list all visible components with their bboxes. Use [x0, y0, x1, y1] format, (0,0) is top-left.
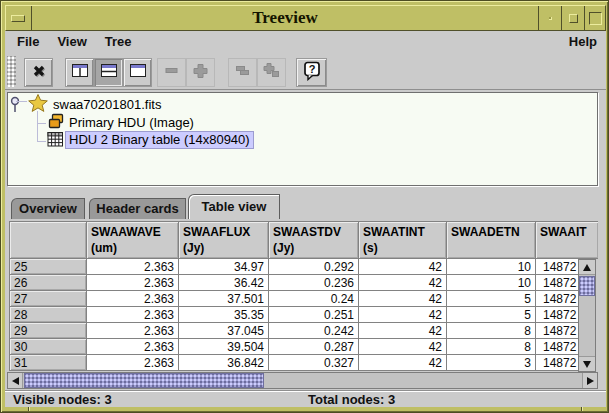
cell: 42: [359, 291, 447, 307]
visible-nodes-label: Visible nodes: 3: [13, 392, 112, 408]
split-vertical-button[interactable]: [65, 58, 94, 87]
expand-children-button[interactable]: [257, 58, 286, 87]
table-row: 27 2.363 37.501 0.24 42 5 14872: [10, 291, 579, 307]
arrow-right-icon: [587, 377, 594, 385]
cell: 2.363: [87, 291, 179, 307]
help-button[interactable]: ?: [296, 58, 327, 87]
cell: 35.35: [179, 307, 269, 323]
scroll-up-button[interactable]: [579, 260, 595, 275]
window-minimize-button[interactable]: [538, 6, 561, 30]
table-grid-icon: [47, 131, 64, 152]
status-bar: Visible nodes: 3 Total nodes: 3: [5, 390, 606, 407]
cell: 34.97: [179, 259, 269, 275]
column-header-rownum[interactable]: [10, 222, 87, 259]
column-header-swaastdv[interactable]: SWAASTDV (Jy): [269, 222, 359, 259]
column-header-swaatint[interactable]: SWAATINT (s): [359, 222, 447, 259]
scroll-down-button[interactable]: [579, 356, 595, 371]
cell: 8: [447, 323, 536, 339]
toolbar-drag-handle[interactable]: [7, 56, 16, 87]
cell: 2.363: [87, 259, 179, 275]
table-row: 30 2.363 39.504 0.287 42 8 14872: [10, 339, 579, 355]
horizontal-scrollbar-thumb[interactable]: [24, 373, 264, 388]
cell: 14872: [536, 275, 579, 291]
tree-node-root[interactable]: swaa70201801.fits: [53, 97, 161, 113]
window-resize-corner[interactable]: [584, 6, 605, 30]
total-nodes-label: Total nodes: 3: [308, 392, 395, 408]
table-header: SWAAWAVE (um) SWAAFLUX (Jy) SWAASTDV (Jy…: [9, 221, 598, 259]
collapse-all-icon: [234, 62, 251, 83]
help-icon: ?: [302, 61, 322, 85]
minus-icon: [163, 62, 180, 83]
cell: 5: [447, 291, 536, 307]
cell: 2.363: [87, 323, 179, 339]
window-maximize-button[interactable]: [561, 6, 584, 30]
column-header-swaaflux[interactable]: SWAAFLUX (Jy): [179, 222, 269, 259]
remove-node-button[interactable]: [24, 58, 53, 87]
cell: 36.42: [179, 275, 269, 291]
column-header-swaadetn[interactable]: SWAADETN: [447, 222, 536, 259]
row-number-cell: 27: [10, 291, 87, 307]
tab-overview[interactable]: Overview: [11, 198, 85, 219]
treeview-window: Treeview File View Tree Help: [0, 0, 609, 413]
row-number-cell: 31: [10, 355, 87, 371]
tree-expand-handle-icon[interactable]: [8, 94, 22, 120]
vertical-scrollbar-thumb[interactable]: [579, 276, 595, 296]
cell: 14872: [536, 291, 579, 307]
cell: 2.363: [87, 355, 179, 371]
menu-help[interactable]: Help: [560, 31, 606, 53]
scroll-right-button[interactable]: [582, 373, 597, 388]
row-number-cell: 28: [10, 307, 87, 323]
cell: 39.504: [179, 339, 269, 355]
cell: 42: [359, 355, 447, 371]
cell: 2.363: [87, 307, 179, 323]
split-horizontal-button[interactable]: [94, 58, 123, 87]
table-row: 29 2.363 37.045 0.242 42 8 14872: [10, 323, 579, 339]
resize-corner-icon: [589, 12, 602, 25]
plus-icon: [192, 62, 209, 83]
table-row: 26 2.363 36.42 0.236 42 10 14872: [10, 275, 579, 291]
tab-header-cards[interactable]: Header cards: [89, 198, 186, 219]
column-header-swaawave[interactable]: SWAAWAVE (um): [87, 222, 179, 259]
svg-text:?: ?: [308, 62, 315, 74]
table-body: 25 2.363 34.97 0.292 42 10 14872 26 2.36…: [9, 259, 579, 371]
column-header-swaait[interactable]: SWAAIT: [536, 222, 598, 259]
row-number-cell: 30: [10, 339, 87, 355]
expand-all-icon: [263, 62, 280, 83]
cell: 0.242: [269, 323, 359, 339]
single-pane-button[interactable]: [123, 58, 152, 87]
cell: 0.24: [269, 291, 359, 307]
tree-node-primary-hdu[interactable]: Primary HDU (Image): [69, 115, 194, 131]
cell: 0.292: [269, 259, 359, 275]
table-row: 31 2.363 36.842 0.327 42 3 14872: [10, 355, 579, 371]
row-number-cell: 26: [10, 275, 87, 291]
menu-view[interactable]: View: [48, 31, 95, 53]
split-vertical-icon: [71, 62, 89, 83]
minimize-icon: [549, 17, 552, 20]
window-title: Treeview: [32, 6, 538, 30]
cell: 0.236: [269, 275, 359, 291]
menu-tree[interactable]: Tree: [96, 31, 141, 53]
menu-bar: File View Tree Help: [5, 31, 606, 53]
horizontal-scrollbar[interactable]: [7, 372, 598, 389]
vertical-scrollbar[interactable]: [578, 259, 596, 372]
split-horizontal-icon: [100, 62, 118, 83]
tab-table-view[interactable]: Table view: [188, 194, 280, 219]
window-menu-button[interactable]: [6, 6, 32, 30]
cell: 8: [447, 339, 536, 355]
table-row: 25 2.363 34.97 0.292 42 10 14872: [10, 259, 579, 275]
single-pane-icon: [129, 62, 147, 83]
cell: 42: [359, 339, 447, 355]
expand-node-button[interactable]: [186, 58, 215, 87]
collapse-children-button[interactable]: [228, 58, 257, 87]
cell: 10: [447, 259, 536, 275]
scroll-left-button[interactable]: [8, 373, 23, 388]
cell: 37.501: [179, 291, 269, 307]
collapse-node-button[interactable]: [157, 58, 186, 87]
tree-node-hdu2-selected[interactable]: HDU 2 Binary table (14x80940): [65, 131, 254, 149]
menu-file[interactable]: File: [8, 31, 48, 53]
star-icon: [28, 94, 48, 116]
cell: 42: [359, 275, 447, 291]
cell: 0.327: [269, 355, 359, 371]
cell: 5: [447, 307, 536, 323]
window-titlebar[interactable]: Treeview: [5, 5, 606, 31]
